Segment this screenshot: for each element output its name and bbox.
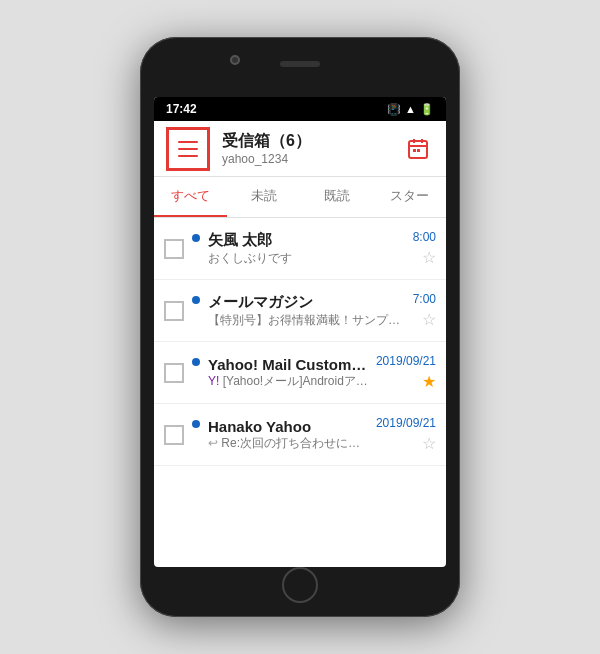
status-icons: 📳 ▲ 🔋 — [387, 103, 434, 116]
svg-rect-4 — [413, 149, 416, 152]
svg-rect-5 — [417, 149, 420, 152]
email-content-1: 矢風 太郎 おくしぶりです — [208, 231, 405, 267]
email-sender-4: Hanako Yahoo — [208, 418, 368, 435]
tab-all[interactable]: すべて — [154, 177, 227, 217]
yahoo-prefix-icon: Y! — [208, 374, 219, 388]
hamburger-line-1 — [178, 141, 198, 143]
email-preview-4: ↩ Re:次回の打ち合わせについて — [208, 435, 368, 452]
app-bar: 受信箱（6） yahoo_1234 — [154, 121, 446, 177]
email-meta-1: 8:00 ☆ — [413, 230, 436, 267]
email-item-3[interactable]: Yahoo! Mail Custome... Y! [Yahoo!メール]And… — [154, 342, 446, 404]
email-list: 矢風 太郎 おくしぶりです 8:00 ☆ メールマガジン — [154, 218, 446, 466]
hamburger-line-2 — [178, 148, 198, 150]
phone-camera — [230, 55, 240, 65]
email-checkbox-2[interactable] — [164, 301, 184, 321]
vibrate-icon: 📳 — [387, 103, 401, 116]
reply-arrow-icon: ↩ — [208, 436, 218, 450]
unread-dot-3 — [192, 358, 200, 366]
account-label: yahoo_1234 — [222, 152, 402, 166]
status-bar: 17:42 📳 ▲ 🔋 — [154, 97, 446, 121]
email-time-1: 8:00 — [413, 230, 436, 244]
inbox-title: 受信箱（6） — [222, 131, 402, 152]
status-time: 17:42 — [166, 102, 197, 116]
calendar-button[interactable] — [402, 133, 434, 165]
phone-shell: 17:42 📳 ▲ 🔋 受信箱（6） — [140, 37, 460, 617]
wifi-icon: ▲ — [405, 103, 416, 115]
phone-screen: 17:42 📳 ▲ 🔋 受信箱（6） — [154, 97, 446, 567]
email-sender-1: 矢風 太郎 — [208, 231, 405, 250]
unread-dot-1 — [192, 234, 200, 242]
email-time-2: 7:00 — [413, 292, 436, 306]
email-checkbox-3[interactable] — [164, 363, 184, 383]
email-preview-2: 【特別号】お得情報満載！サンプルサ... — [208, 312, 405, 329]
email-checkbox-4[interactable] — [164, 425, 184, 445]
email-time-4: 2019/09/21 — [376, 416, 436, 430]
star-icon-1[interactable]: ☆ — [422, 248, 436, 267]
hamburger-line-3 — [178, 155, 198, 157]
battery-icon: 🔋 — [420, 103, 434, 116]
star-icon-4[interactable]: ☆ — [422, 434, 436, 453]
email-meta-3: 2019/09/21 ★ — [376, 354, 436, 391]
email-sender-3: Yahoo! Mail Custome... — [208, 356, 368, 373]
email-preview-1: おくしぶりです — [208, 250, 405, 267]
phone-wrapper: 17:42 📳 ▲ 🔋 受信箱（6） — [140, 37, 460, 617]
email-meta-4: 2019/09/21 ☆ — [376, 416, 436, 453]
unread-dot-4 — [192, 420, 200, 428]
unread-dot-2 — [192, 296, 200, 304]
email-time-3: 2019/09/21 — [376, 354, 436, 368]
star-icon-2[interactable]: ☆ — [422, 310, 436, 329]
email-sender-2: メールマガジン — [208, 293, 405, 312]
email-item-1[interactable]: 矢風 太郎 おくしぶりです 8:00 ☆ — [154, 218, 446, 280]
app-bar-title: 受信箱（6） yahoo_1234 — [210, 131, 402, 166]
email-content-3: Yahoo! Mail Custome... Y! [Yahoo!メール]And… — [208, 356, 368, 390]
email-preview-3: Y! [Yahoo!メール]Androidアプリが... — [208, 373, 368, 390]
menu-button[interactable] — [166, 127, 210, 171]
email-item-4[interactable]: Hanako Yahoo ↩ Re:次回の打ち合わせについて 2019/09/2… — [154, 404, 446, 466]
email-content-4: Hanako Yahoo ↩ Re:次回の打ち合わせについて — [208, 418, 368, 452]
star-icon-3[interactable]: ★ — [422, 372, 436, 391]
email-content-2: メールマガジン 【特別号】お得情報満載！サンプルサ... — [208, 293, 405, 329]
phone-home-button[interactable] — [282, 567, 318, 603]
phone-speaker — [280, 61, 320, 67]
tab-star[interactable]: スター — [373, 177, 446, 217]
email-checkbox-1[interactable] — [164, 239, 184, 259]
email-meta-2: 7:00 ☆ — [413, 292, 436, 329]
tab-bar: すべて 未読 既読 スター — [154, 177, 446, 218]
tab-unread[interactable]: 未読 — [227, 177, 300, 217]
email-item-2[interactable]: メールマガジン 【特別号】お得情報満載！サンプルサ... 7:00 ☆ — [154, 280, 446, 342]
tab-read[interactable]: 既読 — [300, 177, 373, 217]
